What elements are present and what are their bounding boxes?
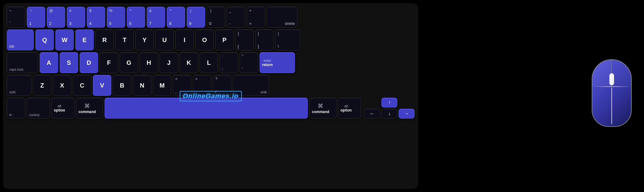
key-5[interactable]: %5 [107, 7, 125, 28]
key-7[interactable]: &7 [147, 7, 165, 28]
mouse-body [592, 59, 632, 127]
key-arrow-down[interactable]: ↓ [381, 109, 397, 119]
key-backslash[interactable]: |\ [275, 29, 300, 50]
key-8[interactable]: *8 [167, 7, 185, 28]
key-j[interactable]: J [160, 52, 178, 73]
key-6[interactable]: ^6 [127, 7, 145, 28]
key-k[interactable]: K [180, 52, 198, 73]
key-h[interactable]: H [140, 52, 158, 73]
key-w[interactable]: W [55, 29, 74, 50]
key-z[interactable]: Z [33, 75, 51, 96]
asdf-row: caps lock A S D F G H J K L :; "' enter … [7, 52, 415, 73]
key-semicolon[interactable]: :; [220, 52, 238, 73]
key-bracketl[interactable]: {[ [235, 29, 254, 50]
key-s[interactable]: S [60, 52, 78, 73]
mouse-right-button[interactable] [612, 60, 631, 86]
key-fn[interactable]: fn [7, 98, 25, 119]
mouse-scroll-wheel[interactable] [609, 73, 614, 85]
key-m[interactable]: M [153, 75, 171, 96]
key-9[interactable]: (9 [187, 7, 205, 28]
key-shift-left[interactable]: shift [7, 75, 31, 96]
key-delete[interactable]: delete [267, 7, 297, 28]
key-quote[interactable]: "' [240, 52, 258, 73]
key-p[interactable]: P [215, 29, 234, 50]
key-u[interactable]: U [155, 29, 174, 50]
key-tilde[interactable]: ~ ` [7, 7, 25, 28]
key-space[interactable] [105, 98, 308, 119]
key-f[interactable]: F [100, 52, 118, 73]
key-d[interactable]: D [80, 52, 98, 73]
key-i[interactable]: I [175, 29, 194, 50]
key-3[interactable]: #3 [67, 7, 85, 28]
key-tab[interactable]: tab [7, 29, 34, 50]
key-g[interactable]: G [120, 52, 138, 73]
key-1[interactable]: !1 [27, 7, 45, 28]
key-q[interactable]: Q [35, 29, 54, 50]
bottom-row: fn control alt option ⌘ command ⌘ comman… [7, 98, 415, 119]
key-t[interactable]: T [115, 29, 134, 50]
key-equals[interactable]: += [247, 7, 265, 28]
key-slash[interactable]: ?/ [213, 75, 231, 96]
key-n[interactable]: N [133, 75, 151, 96]
key-alt-right[interactable]: alt option [338, 98, 361, 119]
key-arrow-right[interactable]: → [399, 109, 415, 119]
key-comma[interactable]: <, [173, 75, 191, 96]
key-command-left[interactable]: ⌘ command [76, 98, 103, 119]
key-control[interactable]: control [27, 98, 50, 119]
key-shift-right[interactable]: shift [233, 75, 269, 96]
key-v[interactable]: V [93, 75, 111, 96]
mouse-left-button[interactable] [592, 60, 612, 86]
key-l[interactable]: L [200, 52, 218, 73]
key-period[interactable]: >. [193, 75, 211, 96]
key-0[interactable]: )0 [207, 7, 225, 28]
key-arrow-up[interactable]: ↑ [381, 98, 397, 108]
key-minus[interactable]: _- [227, 7, 245, 28]
key-r[interactable]: R [95, 29, 114, 50]
mouse-center-line [611, 88, 612, 124]
number-row: ~ ` !1 @2 #3 $4 %5 ^6 &7 *8 (9 )0 _- += … [7, 7, 415, 28]
key-o[interactable]: O [195, 29, 214, 50]
key-alt-left[interactable]: alt option [51, 98, 74, 119]
mouse [589, 59, 635, 133]
key-b[interactable]: B [113, 75, 131, 96]
key-y[interactable]: Y [135, 29, 154, 50]
key-bracketr[interactable]: }] [255, 29, 274, 50]
keyboard: ~ ` !1 @2 #3 $4 %5 ^6 &7 *8 (9 )0 _- += … [3, 3, 418, 189]
arrow-key-group: ↑ ← ↓ → [364, 98, 415, 119]
mouse-divider [592, 86, 631, 87]
key-2[interactable]: @2 [47, 7, 65, 28]
key-4[interactable]: $4 [87, 7, 105, 28]
key-arrow-left[interactable]: ← [364, 109, 380, 119]
key-a[interactable]: A [40, 52, 58, 73]
qwerty-row: tab Q W E R T Y U I O P {[ }] |\ [7, 29, 415, 50]
key-x[interactable]: X [53, 75, 71, 96]
key-enter[interactable]: enter return [260, 52, 295, 73]
zxcv-row: shift Z X C V B N M <, >. ?/ shift [7, 75, 415, 96]
key-c[interactable]: C [73, 75, 91, 96]
key-command-right[interactable]: ⌘ command [309, 98, 336, 119]
key-e[interactable]: E [75, 29, 94, 50]
key-caps-lock[interactable]: caps lock [7, 52, 38, 73]
